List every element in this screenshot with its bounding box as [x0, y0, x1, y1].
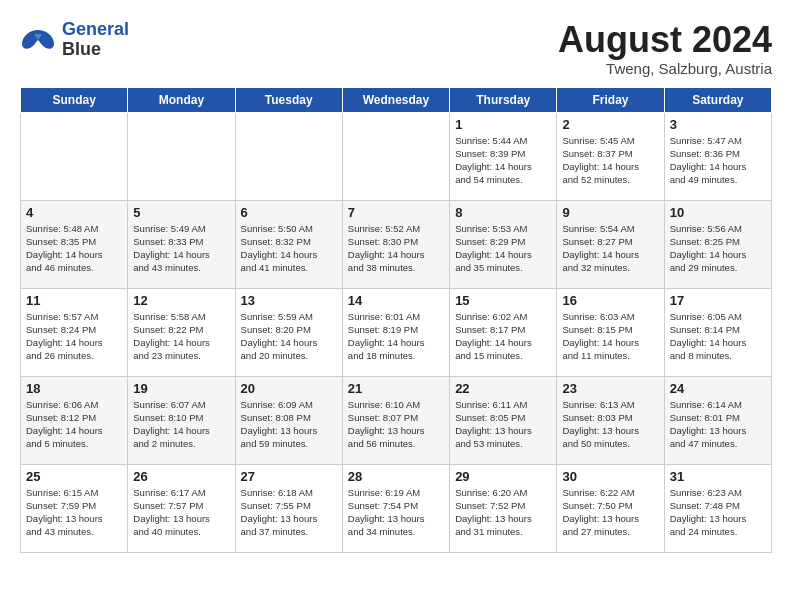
day-info: Sunrise: 6:23 AMSunset: 7:48 PMDaylight:… [670, 486, 766, 539]
calendar-cell: 27Sunrise: 6:18 AMSunset: 7:55 PMDayligh… [235, 464, 342, 552]
day-info: Sunrise: 6:18 AMSunset: 7:55 PMDaylight:… [241, 486, 337, 539]
day-info: Sunrise: 5:49 AMSunset: 8:33 PMDaylight:… [133, 222, 229, 275]
page-header: General Blue August 2024 Tweng, Salzburg… [20, 20, 772, 77]
day-info: Sunrise: 5:44 AMSunset: 8:39 PMDaylight:… [455, 134, 551, 187]
day-info: Sunrise: 5:53 AMSunset: 8:29 PMDaylight:… [455, 222, 551, 275]
logo-general: General [62, 19, 129, 39]
day-number: 31 [670, 469, 766, 484]
day-number: 15 [455, 293, 551, 308]
day-info: Sunrise: 6:03 AMSunset: 8:15 PMDaylight:… [562, 310, 658, 363]
day-info: Sunrise: 5:58 AMSunset: 8:22 PMDaylight:… [133, 310, 229, 363]
calendar-cell: 6Sunrise: 5:50 AMSunset: 8:32 PMDaylight… [235, 200, 342, 288]
location-subtitle: Tweng, Salzburg, Austria [558, 60, 772, 77]
logo: General Blue [20, 20, 129, 60]
day-header-tuesday: Tuesday [235, 87, 342, 112]
day-number: 26 [133, 469, 229, 484]
calendar-cell: 2Sunrise: 5:45 AMSunset: 8:37 PMDaylight… [557, 112, 664, 200]
calendar-cell: 25Sunrise: 6:15 AMSunset: 7:59 PMDayligh… [21, 464, 128, 552]
day-info: Sunrise: 6:09 AMSunset: 8:08 PMDaylight:… [241, 398, 337, 451]
week-row-1: 1Sunrise: 5:44 AMSunset: 8:39 PMDaylight… [21, 112, 772, 200]
day-info: Sunrise: 5:48 AMSunset: 8:35 PMDaylight:… [26, 222, 122, 275]
day-number: 3 [670, 117, 766, 132]
calendar-table: SundayMondayTuesdayWednesdayThursdayFrid… [20, 87, 772, 553]
calendar-cell: 13Sunrise: 5:59 AMSunset: 8:20 PMDayligh… [235, 288, 342, 376]
calendar-cell: 1Sunrise: 5:44 AMSunset: 8:39 PMDaylight… [450, 112, 557, 200]
day-number: 27 [241, 469, 337, 484]
day-number: 10 [670, 205, 766, 220]
week-row-3: 11Sunrise: 5:57 AMSunset: 8:24 PMDayligh… [21, 288, 772, 376]
day-header-monday: Monday [128, 87, 235, 112]
day-number: 17 [670, 293, 766, 308]
calendar-cell: 24Sunrise: 6:14 AMSunset: 8:01 PMDayligh… [664, 376, 771, 464]
day-number: 28 [348, 469, 444, 484]
day-info: Sunrise: 6:01 AMSunset: 8:19 PMDaylight:… [348, 310, 444, 363]
calendar-cell: 18Sunrise: 6:06 AMSunset: 8:12 PMDayligh… [21, 376, 128, 464]
day-number: 16 [562, 293, 658, 308]
day-info: Sunrise: 6:20 AMSunset: 7:52 PMDaylight:… [455, 486, 551, 539]
calendar-cell [128, 112, 235, 200]
day-info: Sunrise: 5:47 AMSunset: 8:36 PMDaylight:… [670, 134, 766, 187]
calendar-cell: 12Sunrise: 5:58 AMSunset: 8:22 PMDayligh… [128, 288, 235, 376]
week-row-4: 18Sunrise: 6:06 AMSunset: 8:12 PMDayligh… [21, 376, 772, 464]
logo-bird-icon [20, 26, 56, 54]
day-number: 19 [133, 381, 229, 396]
day-info: Sunrise: 6:14 AMSunset: 8:01 PMDaylight:… [670, 398, 766, 451]
day-info: Sunrise: 5:45 AMSunset: 8:37 PMDaylight:… [562, 134, 658, 187]
day-number: 6 [241, 205, 337, 220]
day-info: Sunrise: 6:17 AMSunset: 7:57 PMDaylight:… [133, 486, 229, 539]
calendar-cell: 21Sunrise: 6:10 AMSunset: 8:07 PMDayligh… [342, 376, 449, 464]
day-info: Sunrise: 5:54 AMSunset: 8:27 PMDaylight:… [562, 222, 658, 275]
calendar-cell: 8Sunrise: 5:53 AMSunset: 8:29 PMDaylight… [450, 200, 557, 288]
calendar-cell: 29Sunrise: 6:20 AMSunset: 7:52 PMDayligh… [450, 464, 557, 552]
day-number: 7 [348, 205, 444, 220]
day-info: Sunrise: 6:15 AMSunset: 7:59 PMDaylight:… [26, 486, 122, 539]
day-info: Sunrise: 6:07 AMSunset: 8:10 PMDaylight:… [133, 398, 229, 451]
logo-text: General Blue [62, 20, 129, 60]
calendar-cell: 14Sunrise: 6:01 AMSunset: 8:19 PMDayligh… [342, 288, 449, 376]
day-number: 18 [26, 381, 122, 396]
day-info: Sunrise: 6:05 AMSunset: 8:14 PMDaylight:… [670, 310, 766, 363]
week-row-5: 25Sunrise: 6:15 AMSunset: 7:59 PMDayligh… [21, 464, 772, 552]
day-number: 21 [348, 381, 444, 396]
day-number: 30 [562, 469, 658, 484]
day-number: 23 [562, 381, 658, 396]
day-number: 29 [455, 469, 551, 484]
calendar-cell: 22Sunrise: 6:11 AMSunset: 8:05 PMDayligh… [450, 376, 557, 464]
day-number: 13 [241, 293, 337, 308]
calendar-cell [342, 112, 449, 200]
title-block: August 2024 Tweng, Salzburg, Austria [558, 20, 772, 77]
day-number: 20 [241, 381, 337, 396]
day-info: Sunrise: 5:59 AMSunset: 8:20 PMDaylight:… [241, 310, 337, 363]
calendar-cell [21, 112, 128, 200]
day-info: Sunrise: 6:06 AMSunset: 8:12 PMDaylight:… [26, 398, 122, 451]
month-year-title: August 2024 [558, 20, 772, 60]
calendar-cell: 16Sunrise: 6:03 AMSunset: 8:15 PMDayligh… [557, 288, 664, 376]
day-number: 25 [26, 469, 122, 484]
logo-blue: Blue [62, 40, 129, 60]
day-number: 8 [455, 205, 551, 220]
day-info: Sunrise: 6:10 AMSunset: 8:07 PMDaylight:… [348, 398, 444, 451]
calendar-cell: 4Sunrise: 5:48 AMSunset: 8:35 PMDaylight… [21, 200, 128, 288]
day-number: 22 [455, 381, 551, 396]
day-number: 2 [562, 117, 658, 132]
day-number: 9 [562, 205, 658, 220]
day-number: 1 [455, 117, 551, 132]
calendar-cell: 23Sunrise: 6:13 AMSunset: 8:03 PMDayligh… [557, 376, 664, 464]
day-info: Sunrise: 6:02 AMSunset: 8:17 PMDaylight:… [455, 310, 551, 363]
calendar-cell: 30Sunrise: 6:22 AMSunset: 7:50 PMDayligh… [557, 464, 664, 552]
day-info: Sunrise: 6:13 AMSunset: 8:03 PMDaylight:… [562, 398, 658, 451]
calendar-cell: 5Sunrise: 5:49 AMSunset: 8:33 PMDaylight… [128, 200, 235, 288]
day-header-saturday: Saturday [664, 87, 771, 112]
calendar-cell: 7Sunrise: 5:52 AMSunset: 8:30 PMDaylight… [342, 200, 449, 288]
calendar-cell: 11Sunrise: 5:57 AMSunset: 8:24 PMDayligh… [21, 288, 128, 376]
day-number: 5 [133, 205, 229, 220]
day-header-sunday: Sunday [21, 87, 128, 112]
day-info: Sunrise: 6:11 AMSunset: 8:05 PMDaylight:… [455, 398, 551, 451]
day-number: 12 [133, 293, 229, 308]
calendar-cell [235, 112, 342, 200]
week-row-2: 4Sunrise: 5:48 AMSunset: 8:35 PMDaylight… [21, 200, 772, 288]
calendar-cell: 9Sunrise: 5:54 AMSunset: 8:27 PMDaylight… [557, 200, 664, 288]
day-number: 24 [670, 381, 766, 396]
calendar-cell: 26Sunrise: 6:17 AMSunset: 7:57 PMDayligh… [128, 464, 235, 552]
day-info: Sunrise: 5:50 AMSunset: 8:32 PMDaylight:… [241, 222, 337, 275]
